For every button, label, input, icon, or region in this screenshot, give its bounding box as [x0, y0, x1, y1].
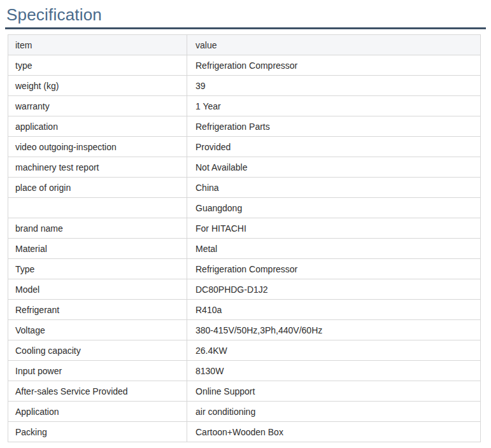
title-divider [5, 27, 486, 29]
table-row: PackingCartoon+Wooden Box [8, 422, 481, 442]
value-cell: Refrigeration Compressor [187, 259, 481, 279]
item-column-header: item [8, 35, 187, 55]
item-cell: machinery test report [8, 157, 187, 178]
table-row: place of originChina [8, 178, 481, 198]
item-cell: warranty [8, 96, 187, 116]
table-row: weight (kg)39 [8, 76, 481, 96]
item-cell [8, 198, 187, 218]
item-cell: Model [8, 279, 187, 300]
value-cell: 380-415V/50Hz,3Ph,440V/60Hz [187, 320, 481, 340]
value-column-header: value [187, 35, 481, 55]
table-row: MaterialMetal [8, 239, 481, 259]
page-title: Specification [5, 0, 486, 26]
value-cell: China [187, 178, 481, 198]
value-cell: Refrigeration Compressor [187, 55, 481, 76]
item-cell: After-sales Service Provided [8, 381, 187, 402]
item-cell: Voltage [8, 320, 187, 340]
table-row: Cooling capacity26.4KW [8, 340, 481, 361]
value-cell: Refrigeration Parts [187, 116, 481, 137]
table-row: typeRefrigeration Compressor [8, 55, 481, 76]
item-cell: type [8, 55, 187, 76]
table-row: Guangdong [8, 198, 481, 218]
table-row: brand nameFor HITACHI [8, 218, 481, 239]
value-cell: Metal [187, 239, 481, 259]
table-row: warranty1 Year [8, 96, 481, 116]
table-row: Applicationair conditioning [8, 402, 481, 422]
item-cell: Input power [8, 361, 187, 381]
value-cell: 39 [187, 76, 481, 96]
specification-section: Specification item value typeRefrigerati… [0, 0, 491, 448]
item-cell: brand name [8, 218, 187, 239]
value-cell: 8130W [187, 361, 481, 381]
spec-table-body: typeRefrigeration Compressorweight (kg)3… [8, 55, 481, 442]
value-cell: 1 Year [187, 96, 481, 116]
specification-table: item value typeRefrigeration Compressorw… [8, 34, 481, 442]
item-cell: place of origin [8, 178, 187, 198]
value-cell: R410a [187, 300, 481, 320]
item-cell: Cooling capacity [8, 340, 187, 361]
table-row: Input power8130W [8, 361, 481, 381]
header-row: item value [8, 35, 481, 55]
value-cell: air conditioning [187, 402, 481, 422]
value-cell: Not Available [187, 157, 481, 178]
spec-table-head: item value [8, 35, 481, 55]
value-cell: For HITACHI [187, 218, 481, 239]
table-row: Voltage380-415V/50Hz,3Ph,440V/60Hz [8, 320, 481, 340]
item-cell: Refrigerant [8, 300, 187, 320]
table-row: ModelDC80PHDG-D1J2 [8, 279, 481, 300]
item-cell: application [8, 116, 187, 137]
item-cell: Type [8, 259, 187, 279]
item-cell: weight (kg) [8, 76, 187, 96]
table-row: applicationRefrigeration Parts [8, 116, 481, 137]
table-row: TypeRefrigeration Compressor [8, 259, 481, 279]
item-cell: video outgoing-inspection [8, 137, 187, 157]
value-cell: Cartoon+Wooden Box [187, 422, 481, 442]
table-row: After-sales Service ProvidedOnline Suppo… [8, 381, 481, 402]
item-cell: Application [8, 402, 187, 422]
value-cell: DC80PHDG-D1J2 [187, 279, 481, 300]
item-cell: Material [8, 239, 187, 259]
item-cell: Packing [8, 422, 187, 442]
table-row: video outgoing-inspectionProvided [8, 137, 481, 157]
value-cell: Provided [187, 137, 481, 157]
value-cell: Online Support [187, 381, 481, 402]
value-cell: 26.4KW [187, 340, 481, 361]
table-row: machinery test reportNot Available [8, 157, 481, 178]
table-row: RefrigerantR410a [8, 300, 481, 320]
value-cell: Guangdong [187, 198, 481, 218]
